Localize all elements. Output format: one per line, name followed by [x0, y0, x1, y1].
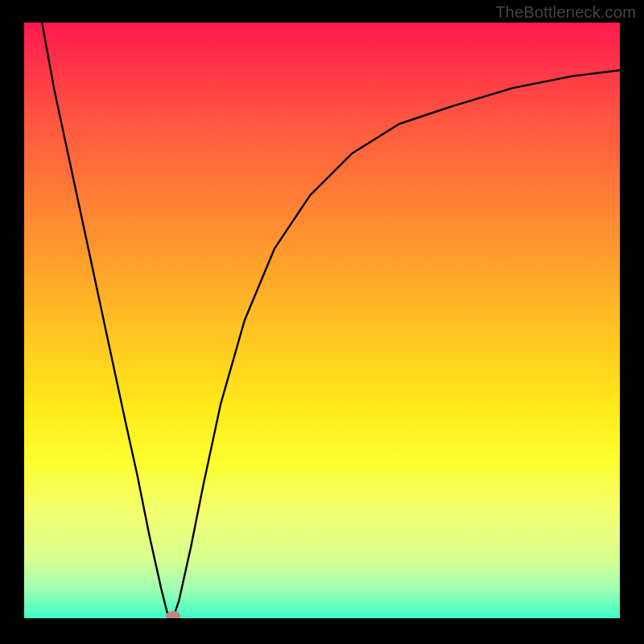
chart-svg: [24, 23, 620, 618]
bottleneck-curve: [42, 23, 620, 618]
watermark-text: TheBottleneck.com: [495, 3, 636, 22]
